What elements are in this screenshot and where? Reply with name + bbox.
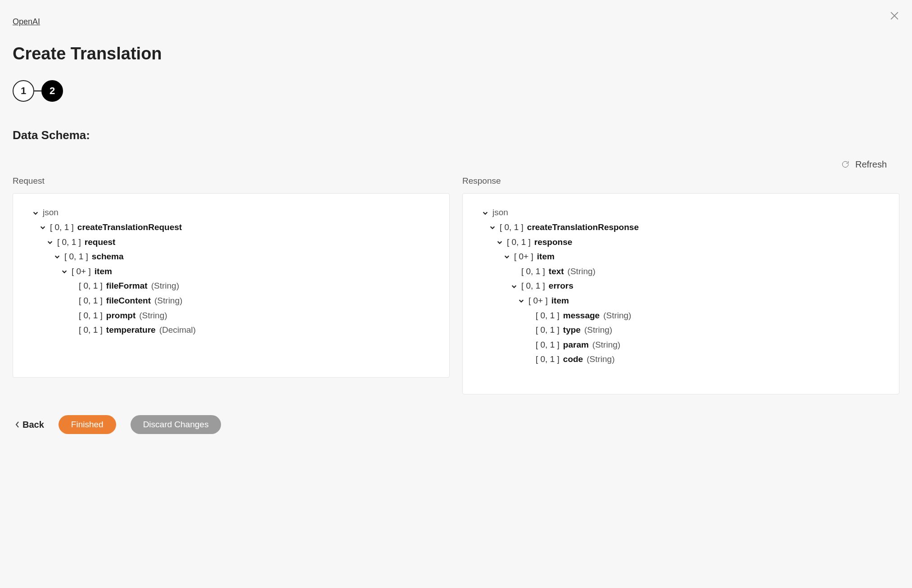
cardinality: [ 0, 1 ]: [507, 236, 531, 249]
response-schema-panel: json[ 0, 1 ] createTranslationResponse[ …: [462, 193, 899, 394]
step-1[interactable]: 1: [13, 80, 34, 102]
cardinality: [ 0, 1 ]: [536, 310, 560, 322]
node-name: param: [563, 339, 589, 351]
cardinality: [ 0, 1 ]: [521, 280, 545, 292]
chevron-down-icon[interactable]: [54, 253, 61, 260]
section-heading: Data Schema:: [13, 127, 899, 143]
response-node-0[interactable]: json: [471, 205, 891, 220]
chevron-left-icon: [15, 421, 20, 428]
node-name: createTranslationResponse: [527, 222, 639, 234]
refresh-icon: [841, 160, 850, 169]
refresh-label: Refresh: [855, 158, 887, 171]
node-type: (String): [151, 280, 179, 292]
cardinality: [ 0, 1 ]: [57, 236, 81, 249]
node-type: (String): [154, 295, 182, 307]
cardinality: [ 0, 1 ]: [500, 222, 524, 234]
request-node-1[interactable]: [ 0, 1 ] createTranslationRequest: [21, 220, 441, 235]
node-name: errors: [549, 280, 573, 292]
request-node-8[interactable]: [ 0, 1 ] temperature (Decimal): [21, 323, 441, 338]
cardinality: [ 0, 1 ]: [521, 266, 545, 278]
step-indicator: 1 2: [13, 80, 899, 102]
request-node-7[interactable]: [ 0, 1 ] prompt (String): [21, 308, 441, 323]
cardinality: [ 0, 1 ]: [79, 280, 103, 292]
step-connector: [34, 90, 41, 91]
response-node-1[interactable]: [ 0, 1 ] createTranslationResponse: [471, 220, 891, 235]
refresh-button[interactable]: Refresh: [13, 158, 899, 171]
cardinality: [ 0, 1 ]: [536, 324, 560, 336]
response-node-3[interactable]: [ 0+ ] item: [471, 249, 891, 264]
node-name: request: [85, 236, 116, 249]
node-name: temperature: [106, 324, 156, 336]
response-node-7[interactable]: [ 0, 1 ] message (String): [471, 308, 891, 323]
node-name: text: [549, 266, 564, 278]
response-node-4[interactable]: [ 0, 1 ] text (String): [471, 264, 891, 279]
chevron-down-icon[interactable]: [39, 224, 46, 231]
response-node-10[interactable]: [ 0, 1 ] code (String): [471, 352, 891, 367]
node-name: code: [563, 353, 583, 366]
request-node-3[interactable]: [ 0, 1 ] schema: [21, 249, 441, 264]
node-type: (String): [603, 310, 631, 322]
response-node-2[interactable]: [ 0, 1 ] response: [471, 235, 891, 250]
close-button[interactable]: [889, 11, 899, 24]
response-node-6[interactable]: [ 0+ ] item: [471, 294, 891, 308]
cardinality: [ 0+ ]: [514, 251, 533, 263]
node-name: schema: [92, 251, 124, 263]
node-name: json: [43, 207, 59, 219]
finished-button[interactable]: Finished: [59, 415, 116, 434]
step-2[interactable]: 2: [41, 80, 63, 102]
node-name: type: [563, 324, 581, 336]
request-column-label: Request: [13, 175, 450, 187]
node-name: response: [534, 236, 572, 249]
node-type: (String): [587, 353, 614, 366]
response-node-8[interactable]: [ 0, 1 ] type (String): [471, 323, 891, 338]
node-name: item: [551, 295, 569, 307]
cardinality: [ 0+ ]: [528, 295, 548, 307]
node-name: prompt: [106, 310, 135, 322]
cardinality: [ 0, 1 ]: [536, 339, 560, 351]
back-button[interactable]: Back: [15, 418, 44, 431]
cardinality: [ 0+ ]: [72, 266, 91, 278]
request-node-5[interactable]: [ 0, 1 ] fileFormat (String): [21, 279, 441, 294]
request-node-0[interactable]: json: [21, 205, 441, 220]
node-name: createTranslationRequest: [77, 222, 182, 234]
chevron-down-icon[interactable]: [46, 239, 54, 246]
response-column-label: Response: [462, 175, 899, 187]
response-node-9[interactable]: [ 0, 1 ] param (String): [471, 338, 891, 353]
chevron-down-icon[interactable]: [489, 224, 496, 231]
chevron-down-icon[interactable]: [510, 283, 518, 290]
node-type: (String): [592, 339, 620, 351]
cardinality: [ 0, 1 ]: [50, 222, 74, 234]
chevron-down-icon[interactable]: [496, 239, 503, 246]
request-node-6[interactable]: [ 0, 1 ] fileContent (String): [21, 294, 441, 308]
chevron-down-icon[interactable]: [61, 268, 68, 275]
node-name: fileContent: [106, 295, 151, 307]
request-schema-panel: json[ 0, 1 ] createTranslationRequest[ 0…: [13, 193, 450, 378]
node-type: (Decimal): [159, 324, 196, 336]
node-type: (String): [568, 266, 596, 278]
cardinality: [ 0, 1 ]: [79, 310, 103, 322]
chevron-down-icon[interactable]: [503, 253, 510, 260]
breadcrumb[interactable]: OpenAI: [13, 16, 40, 27]
cardinality: [ 0, 1 ]: [536, 353, 560, 366]
node-name: fileFormat: [106, 280, 148, 292]
request-node-2[interactable]: [ 0, 1 ] request: [21, 235, 441, 250]
cardinality: [ 0, 1 ]: [79, 295, 103, 307]
node-name: message: [563, 310, 600, 322]
cardinality: [ 0, 1 ]: [79, 324, 103, 336]
chevron-down-icon[interactable]: [32, 209, 39, 217]
request-node-4[interactable]: [ 0+ ] item: [21, 264, 441, 279]
page-title: Create Translation: [13, 42, 899, 66]
node-name: json: [492, 207, 508, 219]
back-label: Back: [23, 418, 44, 431]
close-icon: [889, 11, 899, 21]
node-type: (String): [584, 324, 612, 336]
discard-changes-button[interactable]: Discard Changes: [131, 415, 221, 434]
node-type: (String): [139, 310, 167, 322]
response-node-5[interactable]: [ 0, 1 ] errors: [471, 279, 891, 294]
chevron-down-icon[interactable]: [482, 209, 489, 217]
node-name: item: [95, 266, 112, 278]
cardinality: [ 0, 1 ]: [64, 251, 88, 263]
chevron-down-icon[interactable]: [518, 297, 525, 304]
node-name: item: [537, 251, 555, 263]
